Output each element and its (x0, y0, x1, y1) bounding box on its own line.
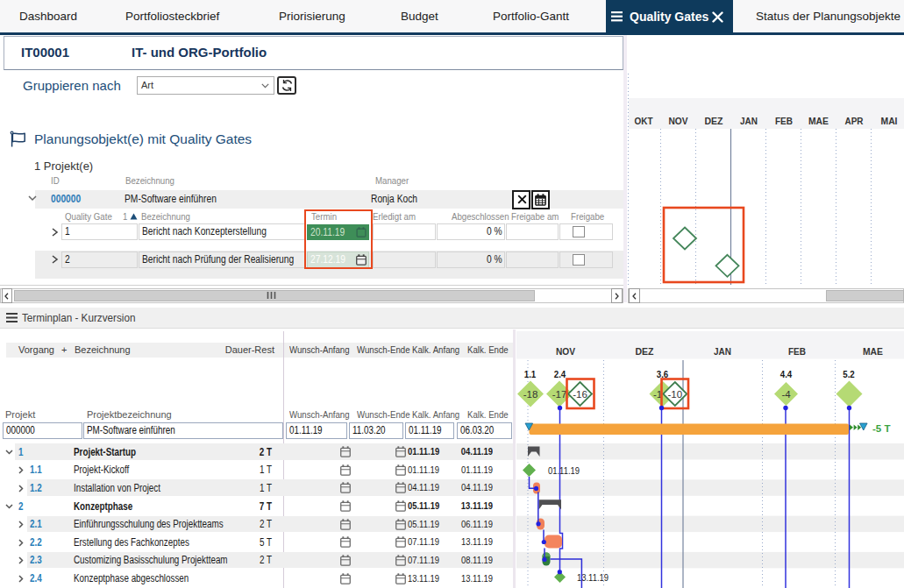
svg-text:OKT: OKT (635, 116, 653, 126)
svg-text:MAE: MAE (863, 346, 883, 357)
svg-text:4.4: 4.4 (780, 369, 793, 379)
svg-text:1.1: 1.1 (524, 369, 537, 379)
svg-text:JAN: JAN (714, 346, 731, 357)
svg-text:NOV: NOV (556, 346, 576, 357)
svg-text:01.11.19: 01.11.19 (548, 465, 580, 476)
svg-text:FEB: FEB (775, 116, 793, 126)
svg-text:-17: -17 (552, 389, 567, 400)
svg-text:MAI: MAI (881, 116, 898, 126)
svg-text:5.2: 5.2 (843, 369, 855, 379)
svg-text:-18: -18 (523, 389, 538, 400)
svg-text:2.4: 2.4 (554, 369, 566, 379)
svg-text:DEZ: DEZ (636, 346, 654, 357)
svg-text:-5 T: -5 T (872, 423, 890, 434)
svg-text:DEZ: DEZ (705, 116, 723, 126)
svg-text:-10: -10 (667, 389, 682, 400)
svg-text:MAE: MAE (808, 116, 829, 126)
svg-text:APR: APR (845, 116, 864, 126)
svg-text:-16: -16 (573, 389, 587, 400)
svg-text:NOV: NOV (669, 116, 689, 126)
svg-text:FEB: FEB (788, 346, 806, 357)
svg-text:-4: -4 (781, 389, 791, 400)
svg-text:JAN: JAN (740, 116, 758, 126)
